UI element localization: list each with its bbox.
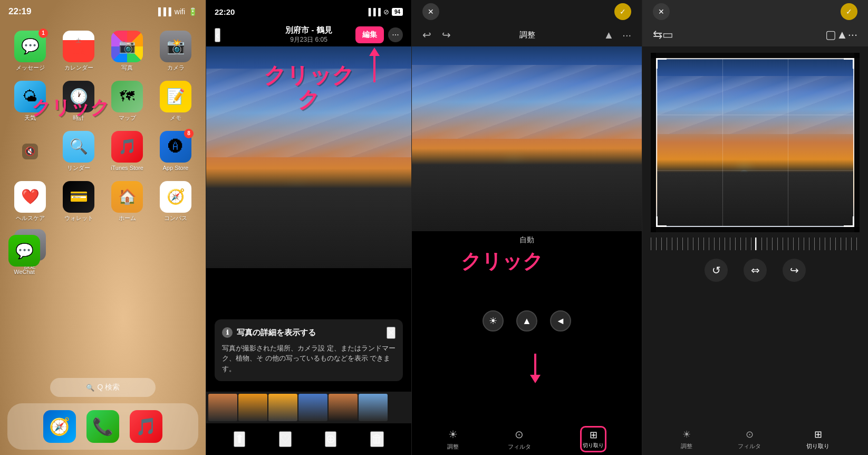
thumb-4[interactable]	[298, 394, 327, 421]
app-wallet[interactable]: 💳 ウォレット	[57, 179, 100, 224]
dock-music[interactable]: 🎵	[130, 410, 162, 443]
crop-photo-wrapper	[651, 53, 860, 232]
crop-tab-filter[interactable]: ⊙ フィルタ	[738, 429, 761, 450]
popup-close-button[interactable]: ✕	[387, 327, 396, 339]
app-compass-label: コンパス	[164, 215, 187, 222]
panel-home-screen: 22:19 ▐▐▐ wifi 🔋 💬 1 メッセージ 土 12 カレンダー 📷	[0, 0, 206, 455]
extra-tools: ▲ ···	[604, 29, 631, 41]
nav-right: 編集 ···	[355, 26, 403, 43]
tab-filter[interactable]: ⊙ フィルタ	[508, 428, 531, 451]
thumb-2[interactable]	[238, 394, 267, 421]
battery-2: 94	[392, 8, 403, 16]
app-weather[interactable]: 🌤 天気	[8, 79, 52, 124]
arrow-shaft-3	[534, 354, 536, 375]
more-edit-button[interactable]: ···	[622, 29, 631, 41]
app-photos[interactable]: 📷 写真	[105, 29, 149, 73]
back-button[interactable]: ‹	[215, 28, 220, 42]
panel-crop-screen: ✕ ✓ ⇆ ▭ ▢ ▲ ···	[642, 0, 868, 455]
crop-tab-adjust[interactable]: ☀ 調整	[681, 429, 692, 450]
crop-tab-crop[interactable]: ⊞ 切り取り	[806, 429, 830, 450]
angle-ruler	[651, 238, 860, 253]
tab-crop[interactable]: ⊞ 切り取り	[580, 426, 606, 452]
app-finder[interactable]: 🔍 リンダー	[57, 129, 100, 174]
popup-title-row: ℹ 写真の詳細を表示する ✕	[222, 327, 396, 339]
app-finder-icon: 🔍	[63, 131, 94, 163]
crop-adjust-tab-label: 調整	[681, 442, 692, 450]
edit-button[interactable]: 編集	[355, 26, 384, 43]
crop-filter-tab-label: フィルタ	[738, 442, 761, 450]
dock-phone[interactable]: 📞	[86, 410, 119, 443]
app-compass[interactable]: 🧭 コンパス	[154, 179, 197, 224]
app-wechat[interactable]: 💬 WeChat	[8, 235, 40, 276]
appstore-badge: 8	[184, 129, 194, 138]
crop-ratio-button[interactable]: ▭	[662, 28, 673, 42]
slider-controls: ☀ ▲ ◄	[412, 306, 642, 336]
crop-format-button[interactable]: ▢	[825, 28, 836, 42]
flip-h-button[interactable]: ⇆	[653, 28, 662, 42]
slider-btn-2[interactable]: ▲	[516, 310, 537, 331]
photo-info-popup: ℹ 写真の詳細を表示する ✕ 写真が撮影された場所、カメラ設 定、またはランドマ…	[215, 319, 403, 382]
slider-btn-1[interactable]: ☀	[483, 310, 504, 331]
crop-tab-icon: ⊞	[590, 429, 597, 441]
share-button[interactable]: ⬆	[234, 431, 245, 447]
auto-section: 自動	[519, 235, 534, 245]
undo-button[interactable]: ↩	[422, 29, 431, 41]
more-button[interactable]: ···	[388, 27, 403, 42]
app-health[interactable]: ❤️ ヘルスケア	[8, 179, 52, 224]
app-camera-icon: 📸	[160, 31, 191, 62]
crop-done-button[interactable]: ✓	[841, 3, 857, 20]
thumb-6[interactable]	[359, 394, 388, 421]
app-appstore-icon: 🅐 8	[160, 131, 191, 163]
app-maps[interactable]: 🗺 マップ	[105, 79, 149, 124]
dock-safari[interactable]: 🧭	[43, 410, 76, 443]
flip-btn[interactable]: ↪	[783, 259, 806, 282]
app-itunes[interactable]: 🎵 iTunes Store	[105, 129, 149, 174]
crop-cancel-button[interactable]: ✕	[653, 3, 670, 20]
slider-btn-3[interactable]: ◄	[550, 310, 571, 331]
app-calendar-icon: 土 12	[63, 31, 94, 62]
rotate-btn[interactable]: ↺	[705, 259, 728, 282]
nav-title: 別府市 - 鶴見 9月23日 6:05	[285, 25, 332, 44]
status-icons-2: ▐▐▐ ⊘ 94	[366, 8, 403, 16]
app-health-icon: ❤️	[14, 181, 46, 213]
thumb-5[interactable]	[329, 394, 358, 421]
app-home[interactable]: 🏠 ホーム	[105, 179, 149, 224]
redo-button[interactable]: ↪	[442, 29, 451, 41]
tab-adjust[interactable]: ☀ 調整	[447, 428, 459, 451]
crop-corner-tr	[844, 58, 854, 69]
navigate-up-button[interactable]: ▲	[604, 29, 614, 41]
app-volume[interactable]: 🔇	[8, 129, 52, 174]
battery-icon: 🔋	[188, 7, 197, 16]
crop-navigate-button[interactable]: ▲	[836, 28, 848, 42]
status-time: 22:19	[8, 6, 31, 17]
app-appstore[interactable]: 🅐 8 App Store	[154, 129, 197, 174]
crop-more-button[interactable]: ···	[848, 28, 857, 42]
buildings	[206, 168, 411, 268]
app-clock[interactable]: 🕐 時計	[57, 79, 100, 124]
app-photos-label: 写真	[121, 64, 133, 71]
cancel-button[interactable]: ✕	[422, 3, 439, 20]
app-messages[interactable]: 💬 1 メッセージ	[8, 29, 52, 73]
thumb-3[interactable]	[268, 394, 297, 421]
app-notes[interactable]: 📝 メモ	[154, 79, 197, 124]
messages-badge: 1	[38, 29, 48, 38]
add-button[interactable]: ⊕	[325, 431, 336, 447]
photo-sunset-2	[206, 46, 411, 268]
search-bar[interactable]: 🔍 Q 検索	[50, 378, 156, 397]
auto-label: 自動	[519, 235, 534, 244]
ruler-track	[651, 238, 860, 250]
done-button[interactable]: ✓	[614, 3, 631, 20]
adjust-tab-label: 調整	[447, 443, 459, 451]
delete-button[interactable]: 🗑	[370, 431, 384, 447]
app-calendar[interactable]: 土 12 カレンダー	[57, 29, 100, 73]
status-bar-2: 22:20 ▐▐▐ ⊘ 94	[206, 0, 411, 23]
crop-tab-label: 切り取り	[583, 442, 604, 449]
status-time-2: 22:20	[215, 7, 235, 16]
app-messages-icon: 💬 1	[14, 31, 46, 62]
like-button[interactable]: ♡	[279, 431, 292, 447]
app-camera[interactable]: 📸 カメラ	[154, 29, 197, 73]
thumb-1[interactable]	[208, 394, 237, 421]
app-itunes-icon: 🎵	[111, 131, 143, 163]
crop-mask-left	[651, 53, 656, 232]
mirror-btn[interactable]: ⇔	[744, 259, 767, 282]
